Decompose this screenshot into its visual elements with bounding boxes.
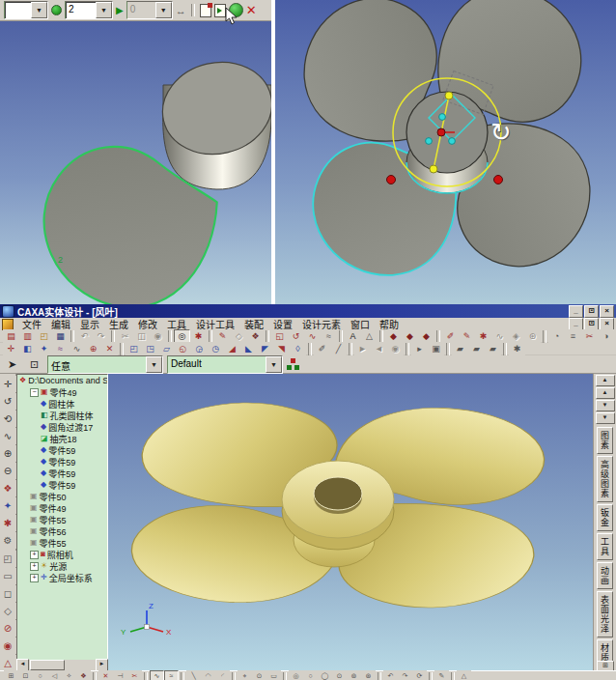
tab-scroll-down-icon[interactable]: ▼ [596,400,615,411]
pin-tool-icon[interactable]: ⊕ [85,342,101,355]
point-icon[interactable]: ⌖ [238,670,252,680]
tree-item-照相机[interactable]: +◙照相机 [17,549,107,560]
tree-item-零件56[interactable]: ▣零件56 [17,525,107,537]
collapse-icon[interactable]: − [30,388,39,397]
new-file-icon[interactable]: ▤ [3,329,19,343]
tool-layers-icon[interactable]: ≡ [565,329,581,343]
tree-item-全局坐标系[interactable]: +✛全局坐标系 [17,572,107,583]
tree-item-圆柱体[interactable]: ◆圆柱体 [17,398,107,410]
spline-view-icon[interactable]: ∿ [0,428,16,444]
curve2-icon[interactable]: ≈ [164,670,179,680]
tree-item-零件55[interactable]: ▣零件55 [17,537,107,549]
tree-item-D:\Documents and Sett[interactable]: ❖D:\Documents and Sett [17,375,107,386]
gem-icon[interactable]: ❖ [76,670,91,680]
filter-combo[interactable]: 任意 ▼ [47,355,163,374]
face-draft-icon[interactable]: ◰ [126,342,142,355]
expand-icon[interactable]: + [30,562,39,571]
face-match-icon[interactable]: ◵ [175,342,191,355]
center-handle[interactable] [437,128,445,136]
count-combo[interactable]: 2 ▼ [65,1,113,19]
tree-item-零件59[interactable]: ◆零件59 [17,456,107,468]
tab-scroll-up-icon[interactable]: ▲ [596,375,615,386]
blade-edit-viewport[interactable]: 2 [0,21,271,304]
search-binoculars-icon[interactable]: ◎ [174,329,190,343]
assembly3-icon[interactable]: ▰ [485,342,501,355]
tree-item-零件59[interactable]: ◆零件59 [17,479,107,491]
zoom-out-icon[interactable]: ⊖ [0,463,16,479]
edge-split-icon[interactable]: ◥ [273,342,290,355]
structure-tree-icon[interactable] [287,358,300,370]
pencil-icon[interactable]: ✎ [434,670,449,680]
target-icon[interactable]: ✱ [0,515,16,531]
tab-scroll-up-icon[interactable]: ▲ [596,387,615,399]
catalog-tab-动画[interactable]: 动画 [597,562,613,589]
design-tree-panel[interactable]: ❖D:\Documents and Sett−▣零件49◆圆柱体◧孔类圆柱体◆圆… [16,374,108,670]
anim-key-icon[interactable]: ▣ [428,342,444,355]
redo-sketch-icon[interactable]: ↷ [398,670,412,680]
settings-icon[interactable]: ⚙ [0,532,16,549]
tree-item-光源[interactable]: +☀光源 [17,560,107,572]
arc-icon[interactable]: ◠ [201,670,215,680]
circle-cut-icon[interactable]: ⊘ [0,620,16,637]
part-insert-icon[interactable]: ◆ [402,329,418,343]
chevron-down-icon[interactable]: ▼ [31,2,47,18]
expand-icon[interactable]: + [30,551,39,559]
rotate-view-icon[interactable]: ↺ [0,393,16,410]
yellow-handle-top[interactable] [445,92,453,99]
box-tool-icon[interactable]: ◧ [19,342,36,355]
chevron-down-icon[interactable]: ▼ [266,356,282,373]
circle3-icon[interactable]: ◯ [318,670,332,680]
sweep-icon[interactable]: ∿ [304,329,321,343]
scroll-thumb[interactable] [30,660,65,670]
rotate-cursor-icon[interactable]: ↻ [490,118,512,147]
select-arrow-icon[interactable]: ➤ [3,356,21,373]
edge-chamfer-icon[interactable]: ◣ [240,342,257,355]
edit-combo[interactable]: ▼ [4,1,48,19]
delete-tool-icon[interactable]: ✕ [101,342,118,355]
sketch-2d-icon[interactable]: ✎ [214,329,231,343]
part-link-icon[interactable]: ◆ [418,329,434,343]
swap-arrows-icon[interactable]: ↔ [176,5,186,16]
poly-tool-icon[interactable]: ◇ [0,603,16,619]
circle5-icon[interactable]: ⊚ [347,670,361,680]
yellow-handle-bottom[interactable] [430,165,437,173]
smart-render-icon[interactable]: ❖ [247,329,264,343]
render-mode-icon[interactable]: ❖ [0,480,16,496]
pan-icon[interactable]: ✛ [0,376,16,392]
trim-seg-icon[interactable]: ⊣ [113,670,127,680]
tree-horizontal-scrollbar[interactable]: ◄ ► [16,660,108,670]
page-flag-icon[interactable] [200,4,211,17]
orbit-view-icon[interactable]: ⟲ [0,411,16,427]
tab-scroll-down-icon[interactable]: ▼ [596,412,615,424]
constrain-icon[interactable]: ✱ [509,342,525,355]
view-angle-icon[interactable]: ✦ [0,497,16,514]
restore-button[interactable]: ⊡ [584,305,599,318]
cancel-button[interactable]: ✕ [246,4,257,16]
red-handle-left[interactable] [387,176,396,184]
edge-extend-icon[interactable]: ◤ [257,342,273,355]
delete-seg-icon[interactable]: ✕ [98,670,113,680]
propeller-assembly-viewport[interactable]: ↻ ↻ [275,0,616,304]
dimension-icon[interactable]: △ [361,329,378,343]
tri-tool-icon[interactable]: △ [0,655,16,671]
tree-item-孔类圆柱体[interactable]: ◧孔类圆柱体 [17,410,107,421]
open-icon[interactable]: ◰ [36,329,52,343]
circle2-icon[interactable]: ○ [303,670,318,680]
face-replace-icon[interactable]: ◷ [208,342,224,355]
main-3d-viewport[interactable]: Z X Y [108,374,593,670]
chevron-down-icon[interactable]: ▼ [96,2,112,18]
tree-item-零件49[interactable]: ▣零件49 [17,502,107,514]
catalog-tab-图素[interactable]: 图素 [597,427,613,454]
select-box-icon[interactable]: ⊡ [25,356,43,373]
vertex-tool-icon[interactable]: ◊ [290,342,306,355]
catalog-tab-工具[interactable]: 工具 [597,533,613,560]
circle1-icon[interactable]: ◎ [289,670,303,680]
red-handle-right[interactable] [494,176,503,184]
spring-tool-icon[interactable]: ∿ [69,342,85,355]
curve1-icon[interactable]: ∿ [150,670,164,680]
arc3-icon[interactable]: ◜ [215,670,230,680]
square-tool-icon[interactable]: ◻ [0,585,16,602]
cyan-handle-2[interactable] [426,138,433,145]
cyan-handle-3[interactable] [449,138,456,145]
dot-tool-icon[interactable]: ◉ [0,638,16,654]
